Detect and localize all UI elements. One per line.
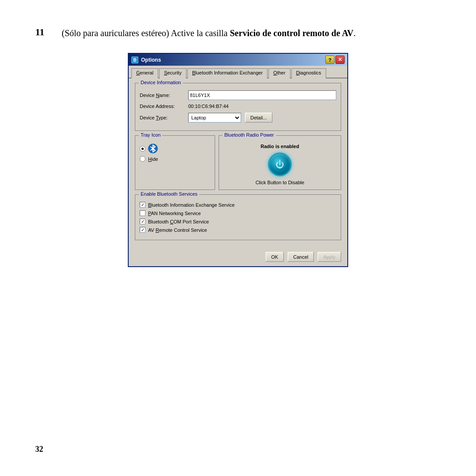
service-row-3: ✓ AV Remote Control Service xyxy=(140,227,336,233)
device-type-label: Device Type: xyxy=(140,115,188,120)
tray-show-row xyxy=(140,144,210,153)
device-type-row: Device Type: Laptop Detail... xyxy=(140,112,336,123)
device-address-row: Device Address: 00:10:C6:94:B7:44 xyxy=(140,104,336,109)
step-text: (Sólo para auriculares estéreo) Active l… xyxy=(62,26,356,40)
two-col-section: Tray Icon xyxy=(135,135,341,190)
tray-icon-group: Tray Icon xyxy=(135,135,215,190)
step-header: 11 (Sólo para auriculares estéreo) Activ… xyxy=(35,26,441,40)
device-info-title: Device Information xyxy=(139,80,183,85)
dialog-footer: OK Cancel Apply xyxy=(129,249,347,266)
tab-general-label: General xyxy=(136,70,153,75)
service-checkbox-0[interactable]: ✓ xyxy=(140,202,145,208)
titlebar-buttons: ? ✕ xyxy=(325,56,345,64)
dialog-title: Options xyxy=(141,57,161,63)
page-number: 32 xyxy=(35,445,43,454)
tray-hide-row: Hide xyxy=(140,156,210,162)
tab-bluetooth-exchanger[interactable]: Bluetooth Information Exchanger xyxy=(187,68,268,78)
tab-general[interactable]: General xyxy=(131,68,158,78)
device-address-value: 00:10:C6:94:B7:44 xyxy=(188,104,229,109)
device-address-label: Device Address: xyxy=(140,104,188,109)
service-label-3: AV Remote Control Service xyxy=(148,227,207,233)
service-label-1: PAN Networking Service xyxy=(148,211,201,216)
cancel-button[interactable]: Cancel xyxy=(287,252,314,262)
tray-hide-radio[interactable] xyxy=(140,156,145,162)
title-bar: B Options ? ✕ xyxy=(129,54,347,66)
tab-bluetooth-exchanger-label: Bluetooth Information Exchanger xyxy=(192,70,263,75)
power-button[interactable]: ⏻ xyxy=(268,152,292,176)
tab-diagnostics-label: Diagnostics xyxy=(296,70,321,75)
click-disable-text: Click Button to Disable xyxy=(223,180,336,185)
page-content: 11 (Sólo para auriculares estéreo) Activ… xyxy=(0,0,476,285)
radio-status-text: Radio is enabled xyxy=(223,144,336,149)
bt-radio-power-group: Bluetooth Radio Power Radio is enabled ⏻… xyxy=(219,135,341,190)
detail-button[interactable]: Detail... xyxy=(245,112,272,123)
tab-security[interactable]: Security xyxy=(159,68,186,78)
tab-security-label: Security xyxy=(164,70,182,75)
service-row-2: ✓ Bluetooth COM Port Service xyxy=(140,219,336,224)
services-title: Enable Bluetooth Services xyxy=(139,191,199,197)
dialog-body: Device Information Device Name: Device A… xyxy=(129,78,347,249)
step-text-normal: (Sólo para auriculares estéreo) Active l… xyxy=(62,28,230,38)
tray-radio-group: Hide xyxy=(140,144,210,162)
ok-button[interactable]: OK xyxy=(265,252,284,262)
tabs-bar: General Security Bluetooth Information E… xyxy=(129,66,347,78)
tab-diagnostics[interactable]: Diagnostics xyxy=(291,68,326,78)
titlebar-left: B Options xyxy=(131,56,161,63)
device-type-controls: Laptop Detail... xyxy=(188,112,272,123)
device-name-input[interactable] xyxy=(188,90,336,100)
step-text-end: . xyxy=(353,28,356,38)
device-info-group: Device Information Device Name: Device A… xyxy=(135,83,341,131)
service-label-2: Bluetooth COM Port Service xyxy=(148,219,209,224)
tab-other[interactable]: Other xyxy=(268,68,290,78)
apply-button[interactable]: Apply xyxy=(317,252,341,262)
device-name-row: Device Name: xyxy=(140,90,336,100)
xp-dialog: B Options ? ✕ General Security xyxy=(128,53,348,267)
power-icon: ⏻ xyxy=(275,160,284,169)
tray-show-radio[interactable] xyxy=(140,146,145,152)
service-label-0: Bluetooth Information Exchange Service xyxy=(148,202,234,208)
device-type-select[interactable]: Laptop xyxy=(188,113,241,123)
tray-icon-title: Tray Icon xyxy=(139,132,162,138)
step-text-bold: Servicio de control remoto de AV xyxy=(230,28,354,38)
service-row-0: ✓ Bluetooth Information Exchange Service xyxy=(140,202,336,208)
service-checkbox-1[interactable] xyxy=(140,210,145,216)
bt-radio-power-title: Bluetooth Radio Power xyxy=(223,132,276,138)
step-number: 11 xyxy=(35,26,62,38)
bluetooth-tray-icon xyxy=(148,144,158,153)
service-row-1: PAN Networking Service xyxy=(140,210,336,216)
dialog-wrapper: B Options ? ✕ General Security xyxy=(35,53,441,267)
tab-other-label: Other xyxy=(273,70,286,75)
tray-hide-label: Hide xyxy=(148,156,158,162)
service-checkbox-2[interactable]: ✓ xyxy=(140,219,145,224)
services-group: Enable Bluetooth Services ✓ Bluetooth In… xyxy=(135,194,341,240)
svg-text:B: B xyxy=(133,58,136,63)
service-checkbox-3[interactable]: ✓ xyxy=(140,227,145,233)
help-button[interactable]: ? xyxy=(325,56,335,64)
title-icon: B xyxy=(131,56,138,63)
device-name-label: Device Name: xyxy=(140,93,188,98)
close-button[interactable]: ✕ xyxy=(335,56,345,64)
